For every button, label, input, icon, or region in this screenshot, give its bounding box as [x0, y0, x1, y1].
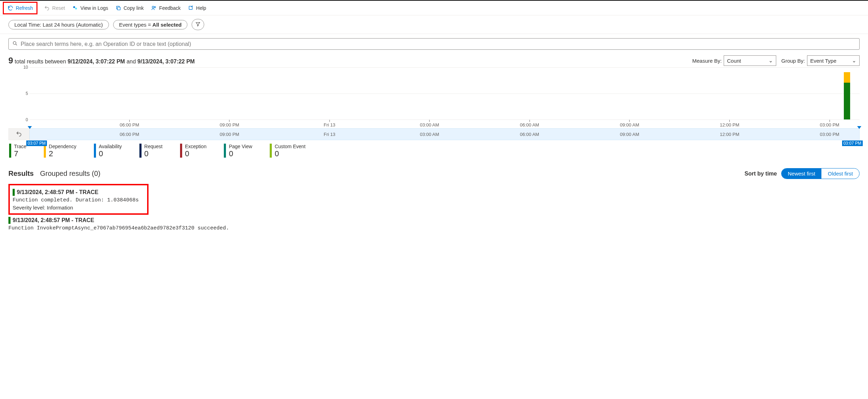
date-from: 9/12/2024, 3:07:22 PM [68, 59, 125, 64]
legend-item[interactable]: Dependency2 [44, 144, 76, 158]
legend-color-swatch [94, 144, 96, 158]
results-count: 9 [8, 56, 13, 65]
search-box[interactable] [8, 38, 860, 50]
legend-label: Exception [185, 144, 206, 149]
feedback-label: Feedback [159, 5, 180, 11]
legend-count: 0 [144, 149, 163, 158]
help-button[interactable]: Help [184, 3, 210, 13]
legend-label: Custom Event [275, 144, 305, 149]
chart-legend: Trace7Dependency2Availability0Request0Ex… [9, 144, 860, 158]
copy-link-button[interactable]: Copy link [112, 3, 147, 13]
time-range-text: Local Time: Last 24 hours (Automatic) [14, 22, 103, 28]
feedback-button[interactable]: Feedback [147, 3, 184, 13]
undo-icon [16, 131, 22, 138]
y-tick: 0 [26, 117, 28, 122]
reset-label: Reset [52, 5, 65, 11]
help-label: Help [196, 5, 206, 11]
x-tick: 06:00 AM [520, 120, 539, 128]
legend-label: Availability [99, 144, 122, 149]
reset-zoom-button[interactable] [8, 128, 29, 140]
legend-color-swatch [9, 144, 11, 158]
results-list: 9/13/2024, 2:48:57 PM - TRACEFunction co… [8, 179, 860, 231]
search-input[interactable] [21, 41, 856, 47]
result-item[interactable]: 9/13/2024, 2:48:57 PM - TRACEFunction In… [8, 217, 860, 231]
legend-item[interactable]: Exception0 [180, 144, 206, 158]
x-tick: 06:00 PM [120, 120, 139, 128]
chart-bar[interactable] [844, 72, 850, 119]
chart-plot-area[interactable] [29, 67, 860, 120]
event-types-pill[interactable]: Event types = All selected [113, 20, 188, 29]
svg-rect-2 [117, 7, 120, 10]
copy-link-label: Copy link [124, 5, 144, 11]
chart-bar-segment [844, 72, 850, 83]
legend-color-swatch [139, 144, 142, 158]
reset-button: Reset [40, 3, 69, 13]
timeline-chart[interactable]: 0510 06:00 PM09:00 PMFri 1303:00 AM06:00… [8, 67, 860, 140]
filter-row: Local Time: Last 24 hours (Automatic) Ev… [0, 15, 868, 34]
chevron-down-icon: ⌄ [769, 57, 773, 64]
legend-item[interactable]: Page View0 [224, 144, 252, 158]
search-icon [12, 41, 18, 47]
feedback-icon [151, 5, 157, 11]
refresh-label: Refresh [16, 5, 33, 11]
result-item[interactable]: 9/13/2024, 2:48:57 PM - TRACEFunction co… [13, 189, 144, 211]
result-message: Function completed. Duration: 1.0384068s [13, 197, 144, 203]
legend-item[interactable]: Availability0 [94, 144, 122, 158]
toolbar: Refresh Reset View in Logs Copy link Fee… [0, 0, 868, 15]
x-tick: 09:00 AM [620, 120, 639, 128]
legend-item[interactable]: Custom Event0 [270, 144, 305, 158]
brush-handle-right[interactable] [857, 126, 861, 129]
sort-label: Sort by time [744, 171, 777, 177]
legend-color-swatch [270, 144, 272, 158]
result-title: 9/13/2024, 2:48:57 PM - TRACE [17, 189, 98, 195]
tab-grouped-results[interactable]: Grouped results (0) [40, 170, 100, 178]
measure-by-dropdown[interactable]: Count ⌄ [724, 55, 776, 66]
svg-point-3 [152, 6, 154, 8]
tab-results[interactable]: Results [8, 170, 34, 178]
legend-item[interactable]: Request0 [139, 144, 163, 158]
result-message: Function InvokePromptAsync_e7067ab796954… [8, 225, 860, 231]
time-brush[interactable]: 03:07 PM 03:07 PM [29, 128, 860, 140]
legend-count: 2 [49, 149, 76, 158]
logs-icon [72, 5, 78, 11]
results-tabs: Results Grouped results (0) [8, 170, 101, 178]
group-by-dropdown[interactable]: Event Type ⌄ [807, 55, 860, 66]
x-tick: 09:00 PM [220, 120, 239, 128]
x-tick: Fri 13 [324, 120, 335, 128]
brush-handle-left[interactable] [28, 126, 32, 129]
sort-newest-first[interactable]: Newest first [781, 168, 821, 179]
svg-point-4 [154, 6, 156, 8]
x-tick: 12:00 PM [720, 120, 739, 128]
filter-plus-icon [195, 21, 201, 28]
help-icon [188, 5, 194, 11]
legend-count: 0 [185, 149, 206, 158]
group-by-value: Event Type [810, 58, 836, 64]
trace-indicator [13, 189, 15, 196]
y-tick: 10 [23, 65, 28, 70]
brush-start-label: 03:07 PM [26, 140, 47, 146]
legend-label: Dependency [49, 144, 76, 149]
y-tick: 5 [26, 91, 28, 96]
measure-by-value: Count [727, 58, 741, 64]
measure-by-label: Measure By: [692, 58, 722, 64]
x-axis-upper: 06:00 PM09:00 PMFri 1303:00 AM06:00 AM09… [29, 120, 860, 128]
add-filter-button[interactable] [192, 19, 204, 30]
result-title: 9/13/2024, 2:48:57 PM - TRACE [13, 217, 94, 223]
legend-label: Trace [14, 144, 26, 149]
trace-indicator [8, 217, 11, 224]
legend-count: 0 [99, 149, 122, 158]
refresh-button[interactable]: Refresh [4, 3, 36, 13]
result-severity: Severity level: Information [13, 205, 144, 211]
group-by-label: Group By: [781, 58, 805, 64]
legend-item[interactable]: Trace7 [9, 144, 26, 158]
sort-oldest-first[interactable]: Oldest first [821, 168, 859, 179]
results-summary: 9 total results between 9/12/2024, 3:07:… [8, 56, 195, 66]
sort-toggle: Newest first Oldest first [781, 168, 860, 179]
event-types-prefix: Event types = [119, 22, 152, 28]
svg-point-0 [73, 6, 75, 8]
time-range-pill[interactable]: Local Time: Last 24 hours (Automatic) [8, 20, 109, 29]
brush-end-label: 03:07 PM [842, 140, 863, 146]
view-in-logs-button[interactable]: View in Logs [69, 3, 112, 13]
view-in-logs-label: View in Logs [81, 5, 108, 11]
result-highlight-box: 9/13/2024, 2:48:57 PM - TRACEFunction co… [8, 184, 149, 215]
